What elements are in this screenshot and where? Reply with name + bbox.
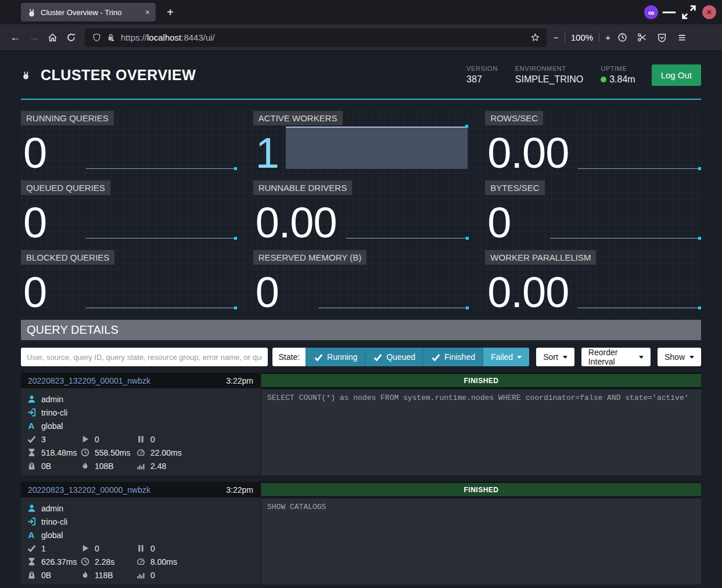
wall-time-stat: 518.48ms [27,448,80,457]
current-memory-stat: 0B [27,461,80,471]
fire-icon [80,571,89,580]
divider [599,33,599,42]
version-value: 387 [466,74,498,85]
reload-icon[interactable] [62,28,80,47]
cpu-time-stat: 8.00ms [136,557,254,567]
query-meta: admin trino-cli A global 1 0 0 626.37ms [21,497,260,585]
running-splits-value: 0 [95,435,99,444]
state-filter-label: State: [272,348,306,366]
query-user: admin [41,395,63,404]
sort-dropdown[interactable]: Sort [536,348,574,366]
window-restore-button[interactable] [680,3,698,21]
tab-close-button[interactable]: × [145,8,150,17]
elapsed-time-value: 558.50ms [95,448,130,457]
pocket-icon[interactable] [652,28,672,47]
stat-value: 0 [23,134,46,172]
show-dropdown[interactable]: Show [658,348,701,366]
stat-label: ROWS/SEC [485,111,543,125]
sparkline [86,308,236,308]
query-summary: 20220823_132205_00001_nwbzk 3:22pm admin… [21,373,260,475]
splits-stats-row: 1 0 0 [27,542,254,555]
query-source: trino-cli [41,517,67,526]
gauge-icon [136,557,145,567]
zoom-level[interactable]: 100% [571,33,593,42]
forward-icon[interactable]: → [24,28,43,47]
menu-icon[interactable]: ≡ [672,28,692,47]
time-stats-row: 518.48ms 558.50ms 22.00ms [27,446,254,459]
tab-title: Cluster Overview - Trino [41,8,141,17]
home-icon[interactable] [43,28,62,47]
shield-icon[interactable] [92,33,101,42]
browser-tab[interactable]: Cluster Overview - Trino × [21,3,156,21]
window-close-button[interactable] [702,5,716,19]
running-splits-value: 0 [95,544,99,553]
parallelism-stat: 0 [136,571,254,580]
query-row: 20220823_132202_00000_nwbzk 3:22pm admin… [21,482,701,585]
sparkline [346,238,468,239]
bookmark-star-icon[interactable] [530,33,540,42]
chevron-down-icon [563,356,567,359]
back-icon[interactable]: ← [6,28,24,47]
query-resource-group: global [41,421,63,431]
query-search-input[interactable] [21,348,268,366]
stat-label: BYTES/SEC [485,181,544,195]
trino-favicon-icon [27,7,36,17]
window-minimize-button[interactable] [660,3,678,21]
divider [565,33,565,42]
queued-splits-stat: 0 [136,435,254,444]
filter-queued-label: Queued [386,352,415,362]
stat-card-queued-queries: QUEUED QUERIES 0 [21,179,237,243]
filter-running-button[interactable]: Running [306,348,365,366]
screenshot-icon[interactable] [633,28,652,47]
elapsed-time-value: 2.28s [95,557,114,567]
status-badge: FINISHED [261,483,701,496]
sparkline [318,308,468,308]
filter-failed-dropdown[interactable]: Failed [483,348,529,366]
page-title: CLUSTER OVERVIEW [41,67,196,84]
environment-label: ENVIRONMENT [515,65,583,72]
wall-time-value: 626.37ms [41,557,77,567]
filter-running-label: Running [327,352,357,362]
queued-splits-value: 0 [150,544,155,553]
play-icon [80,544,89,553]
tab-bar: Cluster Overview - Trino × + ∞ [0,0,722,24]
chevron-down-icon [517,356,522,359]
query-id-link[interactable]: 20220823_132205_00001_nwbzk [28,376,150,385]
zoom-out-button[interactable]: − [554,33,559,42]
query-id-link[interactable]: 20220823_132202_00000_nwbzk [28,485,150,495]
query-detail-panel: FINISHED SHOW CATALOGS [261,482,701,585]
query-time: 3:22pm [226,485,253,495]
completed-splits-value: 1 [41,544,46,553]
query-user: admin [41,504,63,513]
url-text[interactable]: https://localhost:8443/ui/ [121,33,215,42]
user-icon [27,395,36,404]
new-tab-button[interactable]: + [161,3,179,21]
logout-button[interactable]: Log Out [652,64,701,86]
query-details-heading: QUERY DETAILS [21,320,701,340]
splits-stats-row: 3 0 0 [27,432,254,446]
environment-value: SIMPLE_TRINO [515,74,583,85]
query-source: trino-cli [41,408,67,417]
cpu-time-value: 22.00ms [150,448,182,457]
chevron-down-icon [639,356,644,359]
cluster-stats-grid: RUNNING QUERIES 0 ACTIVE WORKERS 1 ROWS/… [21,109,701,312]
user-icon [27,504,36,513]
zoom-in-button[interactable]: + [605,33,610,42]
filter-queued-button[interactable]: Queued [365,348,423,366]
query-sql-text: SHOW CATALOGS [261,499,701,585]
query-summary: 20220823_132202_00000_nwbzk 3:22pm admin… [21,482,260,585]
filter-finished-button[interactable]: Finished [423,348,483,366]
stat-label: WORKER PARALLELISM [485,250,596,265]
font-a-icon: A [27,421,36,431]
current-memory-value: 0B [41,571,51,580]
history-icon[interactable] [613,28,633,47]
stat-card-running-queries: RUNNING QUERIES 0 [21,109,237,173]
play-icon [80,435,89,444]
stat-card-bytes-sec: BYTES/SEC 0 [485,179,701,243]
query-meta: admin trino-cli A global 3 0 0 518.48ms [21,388,260,475]
reorder-interval-dropdown[interactable]: Reorder Interval [581,348,651,366]
stat-card-worker-parallelism: WORKER PARALLELISM 0.00 [485,248,701,312]
uptime-block: UPTIME 3.84m [601,65,635,85]
url-bar[interactable]: https://localhost:8443/ui/ [85,28,547,47]
lock-warning-icon[interactable] [106,33,116,42]
